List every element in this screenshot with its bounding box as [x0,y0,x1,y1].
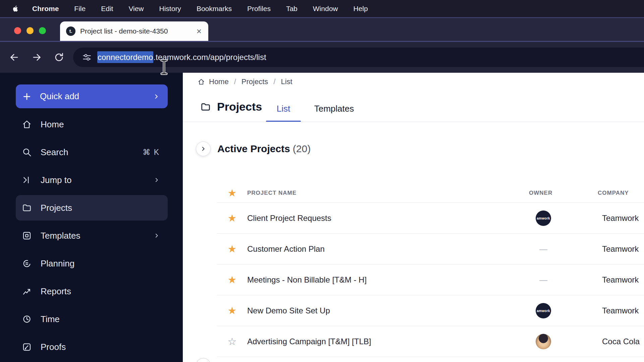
star-icon[interactable]: ★ [228,275,237,285]
sidebar-item-projects[interactable]: Projects [16,195,168,221]
star-icon[interactable]: ★ [228,244,237,254]
person-avatar [536,334,551,349]
no-owner-dash: — [539,275,547,285]
browser-tab-strip: t. Project list - demo-site-4350 × + [0,17,644,41]
star-icon[interactable]: ★ [228,213,237,223]
company-name: Teamwork [602,306,639,315]
sidebar-item-search[interactable]: Search ⌘ K [16,139,168,165]
breadcrumb-separator: / [272,77,277,86]
sidebar-item-home[interactable]: Home [16,112,168,137]
forward-button[interactable] [32,52,42,63]
menu-bookmarks[interactable]: Bookmarks [189,5,239,13]
sidebar-item-time[interactable]: Time [16,306,168,332]
breadcrumb-list: List [281,77,292,86]
menu-history[interactable]: History [152,5,189,13]
templates-icon [22,231,32,241]
project-name[interactable]: Meetings - Non Billable [T&M - H] [247,275,367,285]
home-icon[interactable] [198,78,205,85]
project-row[interactable]: ★ Client Project Requests amwork — Teamw… [183,203,644,234]
reports-icon [22,286,32,296]
menu-edit[interactable]: Edit [93,5,121,13]
project-row[interactable]: ★ New Demo Site Set Up amwork — Teamwork [183,295,644,326]
close-window-button[interactable] [14,27,21,34]
menu-help[interactable]: Help [346,5,376,13]
minimize-window-button[interactable] [26,27,34,34]
menu-chrome[interactable]: Chrome [24,5,66,13]
sidebar-item-label: Home [41,119,64,130]
owner-cell: amwork — [533,239,553,259]
apple-menu-icon[interactable] [9,5,24,13]
project-name[interactable]: Client Project Requests [247,214,331,223]
menu-file[interactable]: File [66,5,93,13]
sidebar-item-reports[interactable]: Reports [16,279,168,304]
column-header-company[interactable]: COMPANY [598,190,629,196]
sidebar-item-label: Search [41,147,68,158]
sidebar-item-label: Time [41,314,60,324]
company-name: Teamwork [602,275,639,285]
menu-profiles[interactable]: Profiles [239,5,278,13]
sidebar-item-proofs[interactable]: Proofs [16,334,168,360]
project-row[interactable]: ★ Meetings - Non Billable [T&M - H] amwo… [183,264,644,295]
menu-view[interactable]: View [121,5,151,13]
proofs-icon [22,342,32,352]
folder-icon [200,102,211,112]
teamwork-avatar: amwork [536,303,551,318]
site-settings-icon[interactable] [82,52,92,62]
project-row[interactable]: ☆ Advertising Campaign [T&M] [TLB] amwor… [183,326,644,357]
table-header-row: ★ PROJECT NAME OWNER COMPANY [183,183,644,203]
quick-add-button[interactable]: Quick add [16,84,168,108]
project-name[interactable]: New Demo Site Set Up [247,306,330,315]
project-row[interactable]: ★ Customer Action Plan amwork — Teamwork [183,234,644,264]
screen: Chrome File Edit View History Bookmarks … [0,0,644,362]
back-button[interactable] [9,52,19,63]
tab-list[interactable]: List [266,104,301,114]
app-window: Quick add Home Search ⌘ K Jump to [0,73,644,362]
macos-menubar: Chrome File Edit View History Bookmarks … [0,0,644,17]
projects-table: ★ PROJECT NAME OWNER COMPANY ★ Client Pr… [183,183,644,357]
section-title: Active Projects(20) [217,143,311,155]
text-cursor-pointer [160,59,168,75]
chevron-right-icon [154,233,160,239]
folder-icon [22,203,32,213]
no-owner-dash: — [539,244,547,254]
browser-toolbar: connectordemo.teamwork.com/app/projects/… [0,41,644,73]
sidebar-item-label: Proofs [41,342,66,352]
menu-window[interactable]: Window [305,5,346,13]
owner-cell: amwork — [533,208,553,228]
url-rest-text: .teamwork.com/app/projects/list [153,53,266,62]
sidebar-nav: Home Search ⌘ K Jump to Projects [0,112,183,360]
quick-add-label: Quick add [40,91,79,102]
tab-close-icon[interactable]: × [197,27,202,36]
project-count: (20) [293,143,311,154]
sidebar-item-planning[interactable]: Planning [16,251,168,276]
browser-tab[interactable]: t. Project list - demo-site-4350 × [60,21,208,41]
menu-tab[interactable]: Tab [278,5,305,13]
tab-templates[interactable]: Templates [312,104,356,114]
breadcrumb-projects[interactable]: Projects [241,77,268,86]
search-icon [22,147,32,157]
sidebar-item-label: Projects [41,203,72,213]
star-icon[interactable]: ★ [228,306,237,316]
main-content: Home / Projects / List Projects List Tem… [183,73,644,362]
url-selected-text: connectordemo [97,51,153,63]
sidebar-item-templates[interactable]: Templates [16,223,168,248]
chevron-right-icon [153,93,160,100]
teamwork-avatar: amwork [536,210,551,226]
project-name[interactable]: Customer Action Plan [247,244,325,254]
star-icon[interactable]: ☆ [228,337,237,347]
company-name: Coca Cola [602,337,640,346]
project-name[interactable]: Advertising Campaign [T&M] [TLB] [247,337,371,346]
sidebar-item-jump-to[interactable]: Jump to [16,167,168,193]
column-header-project-name[interactable]: PROJECT NAME [247,190,297,196]
clock-icon [22,314,32,324]
expand-section-button[interactable] [196,141,211,156]
reload-button[interactable] [54,52,64,63]
jump-to-icon [22,175,32,185]
column-header-owner[interactable]: OWNER [529,190,552,196]
next-section-expand-button[interactable] [196,358,211,362]
zoom-window-button[interactable] [39,27,46,34]
url-bar[interactable]: connectordemo.teamwork.com/app/projects/… [73,48,644,67]
breadcrumb-home[interactable]: Home [209,77,229,86]
tab-title: Project list - demo-site-4350 [80,27,193,35]
owner-cell: amwork — [533,331,553,352]
